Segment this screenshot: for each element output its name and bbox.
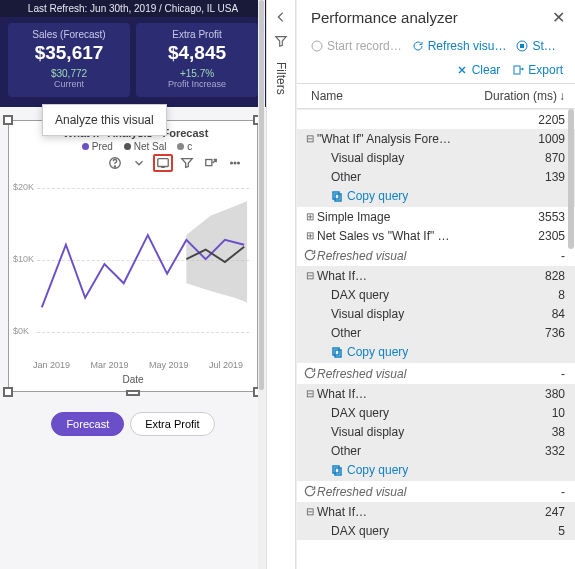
svg-point-4 bbox=[231, 162, 233, 164]
performance-analyzer-panel: Performance analyzer ✕ Start record… Ref… bbox=[296, 0, 575, 569]
focus-icon[interactable] bbox=[201, 154, 221, 172]
button-row: Forecast Extra Profit bbox=[8, 402, 258, 450]
table-row[interactable]: ⊞Simple Image3553 bbox=[297, 207, 575, 226]
row-duration: 870 bbox=[505, 151, 565, 165]
chart-visual[interactable]: "What If" Analysis - Forecast Pred Net S… bbox=[8, 120, 258, 392]
scrollbar-thumb[interactable] bbox=[259, 0, 264, 390]
svg-rect-16 bbox=[335, 468, 341, 475]
svg-rect-10 bbox=[514, 66, 520, 74]
start-recording-button[interactable]: Start record… bbox=[311, 39, 402, 53]
refresh-visuals-button[interactable]: Refresh visu… bbox=[412, 39, 507, 53]
table-row: Refreshed visual- bbox=[297, 363, 575, 384]
y-tick: $0K bbox=[13, 326, 29, 336]
analyze-visual-button[interactable] bbox=[153, 154, 173, 172]
stop-icon bbox=[516, 40, 528, 52]
filters-pane-collapsed[interactable]: Filters bbox=[266, 0, 296, 569]
more-icon[interactable] bbox=[225, 154, 245, 172]
x-axis: Jan 2019 Mar 2019 May 2019 Jul 2019 bbox=[9, 358, 257, 372]
table-row[interactable]: Copy query bbox=[297, 460, 575, 481]
table-row[interactable]: Copy query bbox=[297, 342, 575, 363]
copy-query-link[interactable]: Copy query bbox=[317, 345, 408, 359]
row-duration: 380 bbox=[505, 387, 565, 401]
table-row[interactable]: ⊟What If…380 bbox=[297, 384, 575, 403]
stop-button[interactable]: St… bbox=[516, 39, 555, 53]
row-duration: 5 bbox=[505, 524, 565, 538]
row-name: Other bbox=[317, 444, 505, 458]
forecast-button[interactable]: Forecast bbox=[51, 412, 124, 436]
card-sublabel: Current bbox=[14, 79, 124, 89]
table-row[interactable]: ⊞Net Sales vs "What If" …2305 bbox=[297, 226, 575, 245]
table-row: Visual display38 bbox=[297, 422, 575, 441]
table-row[interactable]: ⊟"What If" Analysis Fore…1009 bbox=[297, 129, 575, 148]
card-sub: +15.7% bbox=[142, 68, 252, 79]
drill-icon[interactable] bbox=[129, 154, 149, 172]
card-sub: $30,772 bbox=[14, 68, 124, 79]
sort-down-icon: ↓ bbox=[559, 89, 565, 103]
table-row[interactable]: ⊟What If…247 bbox=[297, 502, 575, 521]
svg-rect-9 bbox=[520, 44, 524, 48]
row-duration: 828 bbox=[505, 269, 565, 283]
resize-handle[interactable] bbox=[126, 390, 140, 396]
copy-query-link[interactable]: Copy query bbox=[317, 463, 408, 477]
svg-rect-14 bbox=[335, 350, 341, 357]
refresh-icon bbox=[412, 40, 424, 52]
x-tick: May 2019 bbox=[149, 360, 189, 370]
row-name: Visual display bbox=[317, 307, 505, 321]
row-duration: 3553 bbox=[505, 210, 565, 224]
panel-scrollbar[interactable] bbox=[567, 109, 575, 569]
copy-query-link[interactable]: Copy query bbox=[317, 189, 408, 203]
result-rows: 2205⊟"What If" Analysis Fore…1009Visual … bbox=[297, 109, 575, 569]
row-duration: 38 bbox=[505, 425, 565, 439]
resize-handle[interactable] bbox=[3, 115, 13, 125]
row-name: Visual display bbox=[317, 151, 505, 165]
col-name[interactable]: Name bbox=[311, 89, 473, 103]
report-canvas: Last Refresh: Jun 30th, 2019 / Chicago, … bbox=[0, 0, 266, 569]
extra-profit-button[interactable]: Extra Profit bbox=[130, 412, 214, 436]
collapse-icon[interactable]: ⊟ bbox=[303, 270, 317, 281]
card-value: $35,617 bbox=[14, 42, 124, 64]
close-icon[interactable]: ✕ bbox=[552, 8, 565, 27]
card-sales-forecast[interactable]: Sales (Forecast) $35,617 $30,772 Current bbox=[8, 23, 130, 97]
help-icon[interactable] bbox=[105, 154, 125, 172]
card-extra-profit[interactable]: Extra Profit $4,845 +15.7% Profit Increa… bbox=[136, 23, 258, 97]
card-title: Extra Profit bbox=[142, 29, 252, 40]
svg-rect-15 bbox=[333, 466, 339, 473]
svg-rect-12 bbox=[335, 194, 341, 201]
y-tick: $10K bbox=[13, 254, 34, 264]
scrollbar-thumb[interactable] bbox=[568, 109, 574, 249]
refresh-icon bbox=[303, 484, 317, 500]
row-name: Visual display bbox=[317, 425, 505, 439]
legend-dot bbox=[124, 143, 131, 150]
legend-dot bbox=[177, 143, 184, 150]
svg-rect-3 bbox=[206, 160, 212, 166]
table-row[interactable]: Copy query bbox=[297, 186, 575, 207]
export-button[interactable]: Export bbox=[512, 63, 563, 77]
row-name: What If… bbox=[317, 269, 505, 283]
y-tick: $20K bbox=[13, 182, 34, 192]
table-row: Other332 bbox=[297, 441, 575, 460]
table-row: Visual display870 bbox=[297, 148, 575, 167]
collapse-icon[interactable]: ⊟ bbox=[303, 388, 317, 399]
expand-icon[interactable]: ⊞ bbox=[303, 211, 317, 222]
filter-icon[interactable] bbox=[177, 154, 197, 172]
collapse-icon[interactable]: ⊟ bbox=[303, 506, 317, 517]
clear-button[interactable]: Clear bbox=[456, 63, 501, 77]
analyze-tooltip: Analyze this visual bbox=[42, 104, 167, 136]
table-row[interactable]: ⊟What If…828 bbox=[297, 266, 575, 285]
chevron-left-icon[interactable] bbox=[274, 10, 288, 24]
row-duration: 84 bbox=[505, 307, 565, 321]
legend-dot bbox=[82, 143, 89, 150]
refresh-icon bbox=[303, 366, 317, 382]
table-row: DAX query10 bbox=[297, 403, 575, 422]
row-duration: 2305 bbox=[505, 229, 565, 243]
canvas-scrollbar[interactable] bbox=[258, 0, 265, 569]
table-row: DAX query8 bbox=[297, 285, 575, 304]
resize-handle[interactable] bbox=[3, 387, 13, 397]
table-row: Refreshed visual- bbox=[297, 245, 575, 266]
x-tick: Mar 2019 bbox=[91, 360, 129, 370]
expand-icon[interactable]: ⊞ bbox=[303, 230, 317, 241]
row-name: Net Sales vs "What If" … bbox=[317, 229, 505, 243]
col-duration[interactable]: Duration (ms) ↓ bbox=[473, 89, 565, 103]
svg-rect-2 bbox=[158, 159, 169, 167]
collapse-icon[interactable]: ⊟ bbox=[303, 133, 317, 144]
